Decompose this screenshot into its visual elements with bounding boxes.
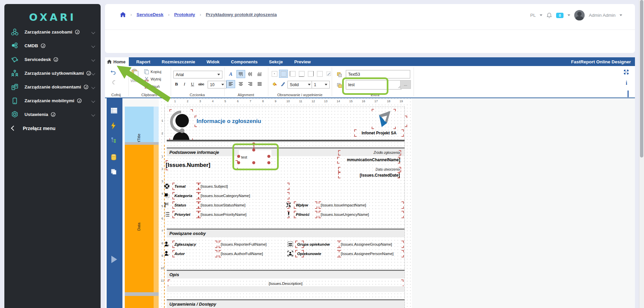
font-family-select[interactable]: Arial (173, 71, 222, 78)
align-right-button[interactable] (246, 80, 255, 88)
sidebar-toggle-menu[interactable]: Przełącz menu (4, 121, 101, 135)
band-data[interactable]: Data (125, 145, 159, 292)
person-value[interactable]: [Issues.AssigneePersonName] (339, 250, 404, 257)
field-value[interactable]: [Issues.IssueImpactName] (319, 201, 404, 209)
person-value[interactable]: [Issues.AssigneeGroupName] (339, 241, 404, 248)
tab-widok[interactable]: Widok (207, 59, 220, 64)
align-center-button[interactable] (236, 80, 245, 88)
caret-down-icon[interactable] (620, 14, 622, 16)
sidebar-item-uzytkownicy[interactable]: Zarządzanie użytkownikami (4, 66, 101, 80)
report-logo[interactable] (372, 109, 396, 129)
strikethrough-button[interactable]: abc (197, 81, 206, 87)
fullscreen-button[interactable] (624, 69, 629, 76)
field-value[interactable]: [Issues.IssueCategoryName] (199, 192, 289, 199)
object-name-input[interactable]: Text53 (346, 70, 410, 78)
caret-down-icon[interactable] (568, 14, 570, 16)
copy-button[interactable]: Kopiuj (144, 69, 161, 74)
properties-panel-button[interactable] (111, 108, 118, 115)
field-value[interactable]: [Issues.IssueStatusName] (199, 201, 289, 209)
sidebar-item-zasoby[interactable]: Zarządzanie zasobami (4, 25, 101, 39)
border-top-button[interactable] (315, 70, 324, 78)
field-value[interactable]: [Issues.IssuePriorityName] (199, 211, 289, 218)
sidebar-item-cmdb[interactable]: CMDB (4, 39, 101, 53)
border-all-button[interactable] (270, 70, 279, 78)
breadcrumb-servicedesk[interactable]: ServiceDesk (137, 12, 163, 17)
rotation-handle[interactable] (252, 142, 255, 145)
font-size-select[interactable]: 10 (208, 81, 226, 88)
bring-forward-button[interactable] (334, 70, 343, 78)
selected-text-object[interactable]: test (239, 150, 271, 168)
source-label-text[interactable]: Źródło zgłoszenia (338, 150, 401, 156)
report-tree-button[interactable] (111, 137, 118, 144)
tab-raport[interactable]: Raport (136, 59, 150, 64)
data-panel-button[interactable] (111, 154, 118, 161)
field-label[interactable]: Wpływ (294, 201, 317, 209)
align-left-button[interactable] (226, 80, 235, 88)
field-label[interactable]: Status (172, 201, 199, 209)
person-label[interactable]: Opiekunowie (295, 250, 339, 257)
section-people-bar[interactable]: Powiązane osoby (167, 229, 405, 237)
info-button[interactable] (626, 80, 627, 86)
handle-bottom-right[interactable] (267, 161, 270, 164)
tab-home[interactable]: Home (105, 57, 129, 66)
language-selector[interactable]: PL (530, 13, 536, 18)
handle-left[interactable] (237, 155, 240, 158)
sidebar-item-dokumenty[interactable]: Zarządzanie dokumentami (4, 80, 101, 94)
text-fill-button[interactable] (279, 80, 287, 88)
border-width-select[interactable]: 1 (312, 81, 330, 88)
field-value[interactable]: [Issues.Subject] (199, 183, 289, 190)
band-footer[interactable]: er1 (125, 296, 159, 308)
created-label-text[interactable]: Data utworzenia (338, 167, 401, 172)
events-panel-button[interactable] (111, 122, 118, 130)
object-text-input[interactable]: test (346, 80, 401, 89)
person-label[interactable]: Autor (172, 250, 217, 257)
bold-button[interactable]: B (173, 81, 180, 87)
border-none-button[interactable] (279, 70, 288, 78)
handle-top-center[interactable] (252, 148, 255, 151)
delete-button[interactable]: Usuń (144, 84, 160, 89)
report-picture-person[interactable] (169, 109, 193, 141)
breadcrumb-protokoly[interactable]: Protokoły (174, 12, 195, 17)
user-name[interactable]: Admin Admin (589, 13, 615, 18)
report-company-text[interactable]: Infonet Projekt SA (354, 129, 404, 137)
person-label[interactable]: Zgłaszający (172, 241, 217, 248)
sidebar-item-ustawienia[interactable]: Ustawienia (4, 108, 101, 121)
underline-button[interactable]: U (189, 81, 196, 87)
undo-button[interactable] (110, 69, 116, 75)
field-label[interactable]: Priorytet (172, 211, 199, 218)
home-icon[interactable] (120, 12, 126, 17)
issue-number-text[interactable]: [Issues.Number] (166, 160, 238, 170)
handle-right[interactable] (267, 155, 270, 158)
border-left-button[interactable] (288, 70, 297, 78)
sidebar-item-servicedesk[interactable]: Servicedesk (4, 53, 101, 66)
cut-button[interactable]: Wytnij (144, 76, 161, 82)
fill-color-button[interactable] (270, 80, 279, 88)
tab-sekcje[interactable]: Sekcje (269, 59, 283, 64)
font-color-button[interactable]: A (226, 70, 235, 78)
section-perm-bar[interactable]: Uprawnienia / Dostępy (167, 299, 405, 308)
tab-rozmieszczenie[interactable]: Rozmieszczenie (162, 59, 195, 64)
border-right-button[interactable] (306, 70, 315, 78)
source-value-text[interactable]: mmunicationChannelName] (337, 157, 400, 164)
paste-button[interactable]: Wklej (130, 69, 140, 83)
border-bottom-button[interactable] (297, 70, 306, 78)
redo-button[interactable] (110, 79, 116, 85)
tab-components[interactable]: Components (231, 59, 258, 64)
section-desc-bar[interactable]: Opis (167, 270, 405, 279)
align-justify-button[interactable] (255, 80, 264, 88)
field-label[interactable]: Kategoria (172, 192, 199, 199)
send-backward-button[interactable] (334, 81, 343, 89)
italic-button[interactable]: I (181, 81, 188, 87)
band-reporttitle[interactable]: ReportTitle (125, 107, 159, 142)
bell-icon[interactable] (546, 12, 552, 18)
created-value-text[interactable]: [Issues.CreatedDate] (338, 172, 400, 178)
pages-button[interactable] (111, 169, 118, 176)
collapse-strip-button[interactable] (111, 256, 117, 263)
valign-top-button[interactable] (236, 70, 245, 78)
valign-bottom-button[interactable] (255, 70, 264, 78)
avatar[interactable] (574, 10, 585, 20)
handle-bottom-left[interactable] (237, 161, 240, 164)
valign-center-button[interactable] (246, 70, 255, 78)
tab-preview[interactable]: Preview (294, 59, 311, 64)
text-editor-more-button[interactable]: ... (400, 80, 411, 89)
